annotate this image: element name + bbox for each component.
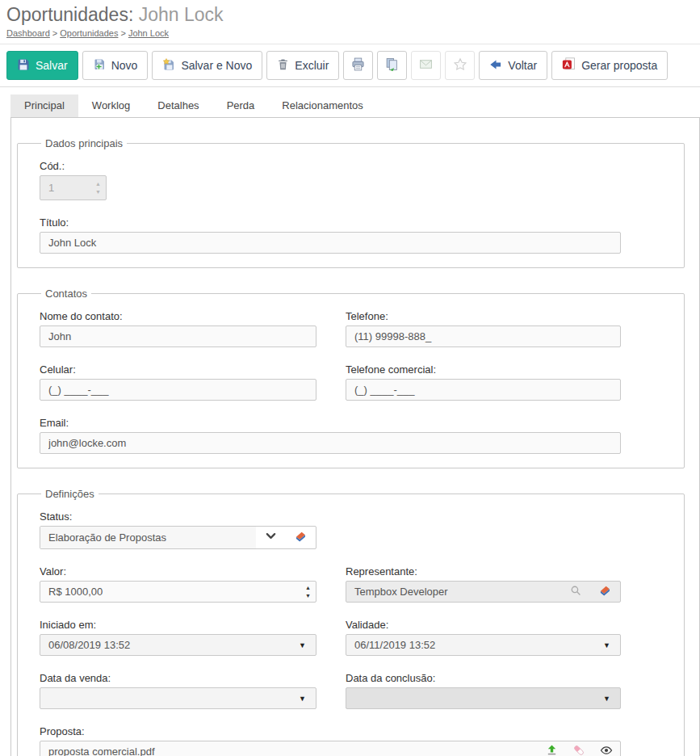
proposta-filename: proposta comercial.pdf — [40, 746, 538, 756]
fieldset-dados-principais-legend: Dados principais — [41, 137, 127, 149]
cod-spinner: ▲▼ — [40, 175, 107, 200]
valor-spinner: ▲▼ — [40, 581, 316, 603]
upload-button[interactable] — [538, 744, 565, 756]
back-button[interactable]: Voltar — [479, 51, 547, 80]
iniciado-em-label: Iniciado em: — [40, 619, 316, 631]
representante-value: Tempbox Developer — [346, 582, 560, 602]
back-button-label: Voltar — [508, 59, 537, 72]
nome-contato-input[interactable] — [40, 326, 316, 347]
pink-eraser-icon — [572, 744, 585, 756]
new-button[interactable]: Novo — [82, 51, 149, 80]
copy-icon — [385, 57, 399, 74]
generate-proposal-button-label: Gerar proposta — [581, 59, 657, 72]
dropdown-caret-icon[interactable]: ▼ — [603, 641, 610, 649]
save-icon — [17, 58, 30, 74]
validade-value: 06/11/2019 13:52 — [346, 639, 603, 651]
page-header: Oportunidades: John Lock Dashboard>Oport… — [0, 0, 700, 38]
proposta-label: Proposta: — [40, 725, 668, 737]
breadcrumb-link-oportunidades[interactable]: Oportunidades — [60, 28, 118, 38]
pdf-icon — [562, 57, 576, 74]
save-and-new-button-label: Salvar e Novo — [181, 59, 252, 72]
data-conclusao-label: Data da conclusão: — [346, 672, 621, 684]
telefone-comercial-input[interactable] — [346, 379, 621, 401]
breadcrumb-link-dashboard[interactable]: Dashboard — [6, 28, 50, 38]
status-dropdown-button[interactable] — [256, 527, 286, 548]
tab-perda[interactable]: Perda — [213, 94, 269, 117]
delete-button-label: Excluir — [295, 59, 329, 72]
tab-principal[interactable]: Principal — [10, 94, 78, 117]
status-value: Elaboração de Propostas — [40, 527, 256, 548]
valor-input[interactable] — [40, 581, 316, 603]
celular-input[interactable] — [40, 379, 316, 401]
status-label: Status: — [40, 510, 668, 523]
dropdown-caret-icon[interactable]: ▼ — [299, 641, 306, 649]
validade-label: Validade: — [346, 619, 621, 631]
representante-clear-button[interactable] — [590, 582, 620, 602]
representante-search-button[interactable] — [560, 582, 590, 602]
star-icon — [453, 57, 467, 74]
status-combobox[interactable]: Elaboração de Propostas — [40, 526, 316, 549]
save-and-new-button[interactable]: Salvar e Novo — [152, 51, 262, 80]
generate-proposal-button[interactable]: Gerar proposta — [551, 51, 668, 80]
status-clear-button[interactable] — [286, 527, 316, 548]
breadcrumb-link-record[interactable]: John Lock — [128, 28, 169, 38]
titulo-input[interactable] — [40, 232, 621, 254]
tab-worklog[interactable]: Worklog — [78, 94, 144, 117]
clear-file-button[interactable] — [565, 744, 593, 756]
telefone-input[interactable] — [346, 326, 621, 347]
preview-button[interactable] — [593, 744, 620, 756]
valor-spinner-up-icon[interactable]: ▲ — [305, 585, 311, 590]
search-icon — [570, 585, 581, 599]
data-venda-label: Data da venda: — [40, 672, 316, 684]
toolbar: Salvar Novo Salvar e Novo Excluir Voltar… — [0, 44, 700, 87]
new-button-label: Novo — [111, 59, 138, 72]
eraser-icon — [599, 584, 611, 599]
chevron-down-icon — [265, 530, 277, 545]
printer-icon — [351, 57, 365, 74]
tab-bar: Principal Worklog Detalhes Perda Relacio… — [0, 94, 700, 117]
print-button[interactable] — [343, 51, 373, 80]
cod-label: Cód.: — [40, 160, 668, 172]
tab-detalhes[interactable]: Detalhes — [144, 94, 212, 117]
email-label: Email: — [40, 417, 668, 429]
representante-label: Representante: — [346, 565, 621, 578]
save-button-label: Salvar — [36, 59, 68, 72]
fieldset-contatos: Contatos Nome do contato: Telefone: Celu… — [17, 288, 685, 468]
data-venda-datepicker[interactable]: ▼ — [40, 687, 316, 709]
breadcrumb: Dashboard>Oportunidades>John Lock — [6, 28, 700, 38]
page-title-record-name: John Lock — [139, 4, 224, 25]
page-title: Oportunidades: John Lock — [6, 4, 700, 26]
representante-lookup[interactable]: Tempbox Developer — [346, 581, 621, 603]
dropdown-caret-icon[interactable]: ▼ — [603, 695, 610, 703]
eraser-icon — [295, 530, 307, 545]
celular-label: Celular: — [40, 363, 316, 376]
breadcrumb-separator: > — [120, 28, 125, 38]
telefone-comercial-label: Telefone comercial: — [346, 363, 621, 376]
fieldset-dados-principais: Dados principais Cód.: ▲▼ Título: — [17, 137, 685, 268]
trash-icon — [277, 58, 289, 74]
mail-button — [411, 51, 441, 80]
tab-relacionamentos[interactable]: Relacionamentos — [268, 94, 376, 117]
valor-spinner-down-icon[interactable]: ▼ — [305, 593, 311, 598]
cod-spinner-down-icon: ▼ — [95, 189, 101, 195]
save-star-icon — [162, 58, 175, 74]
iniciado-em-value: 06/08/2019 13:52 — [40, 639, 299, 651]
eye-icon — [600, 744, 613, 756]
validade-datepicker[interactable]: 06/11/2019 13:52 ▼ — [346, 634, 621, 656]
delete-button[interactable]: Excluir — [266, 51, 339, 80]
save-button[interactable]: Salvar — [6, 51, 78, 80]
fieldset-definicoes-legend: Definições — [41, 488, 99, 500]
dropdown-caret-icon[interactable]: ▼ — [299, 695, 306, 703]
nome-contato-label: Nome do contato: — [40, 310, 316, 322]
breadcrumb-separator: > — [52, 28, 57, 38]
email-input[interactable] — [40, 432, 621, 454]
titulo-label: Título: — [40, 216, 668, 229]
valor-label: Valor: — [40, 565, 316, 578]
upload-icon — [546, 744, 558, 756]
mail-icon — [419, 57, 433, 74]
iniciado-em-datepicker[interactable]: 06/08/2019 13:52 ▼ — [40, 634, 316, 656]
proposta-filefield: proposta comercial.pdf — [40, 741, 621, 756]
data-conclusao-datepicker[interactable]: ▼ — [346, 687, 621, 709]
fieldset-definicoes: Definições Status: Elaboração de Propost… — [17, 488, 685, 756]
copy-button[interactable] — [377, 51, 407, 80]
